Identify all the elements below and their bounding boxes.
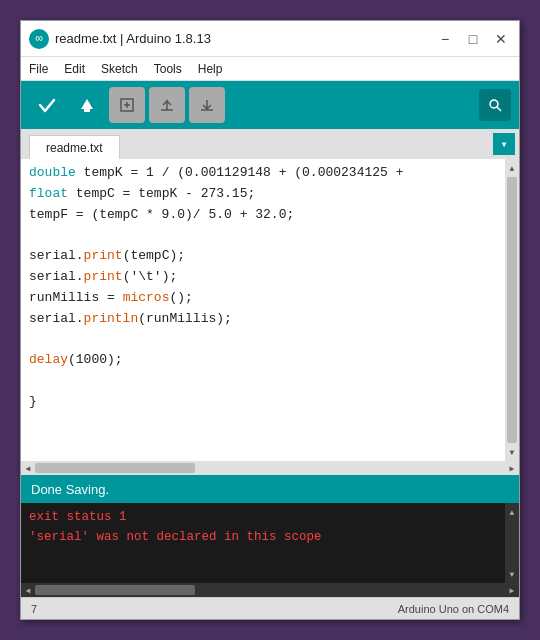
upload-button[interactable] xyxy=(69,87,105,123)
code-line-1: double tempK = 1 / (0.001129148 + (0.000… xyxy=(29,163,497,184)
console-scroll-down[interactable]: ▼ xyxy=(505,567,519,581)
code-horizontal-scrollbar: ◀ ▶ xyxy=(21,461,519,475)
new-button[interactable] xyxy=(109,87,145,123)
window-controls: − □ ✕ xyxy=(435,29,511,49)
menu-file[interactable]: File xyxy=(29,62,48,76)
code-line-9 xyxy=(29,329,497,350)
scroll-up-arrow[interactable]: ▲ xyxy=(505,161,519,175)
board-info: Arduino Uno on COM4 xyxy=(398,603,509,615)
toolbar xyxy=(21,81,519,129)
status-text: Done Saving. xyxy=(31,482,109,497)
h-scroll-right[interactable]: ▶ xyxy=(505,461,519,475)
console-horizontal-scrollbar: ◀ ▶ xyxy=(21,583,519,597)
search-button[interactable] xyxy=(479,89,511,121)
tab-readme[interactable]: readme.txt xyxy=(29,135,120,159)
tab-dropdown-button[interactable]: ▾ xyxy=(493,133,515,155)
code-line-6: serial.print('\t'); xyxy=(29,267,497,288)
console-scroll-up[interactable]: ▲ xyxy=(505,505,519,519)
menu-tools[interactable]: Tools xyxy=(154,62,182,76)
app-icon xyxy=(29,29,49,49)
console-h-thumb[interactable] xyxy=(35,585,195,595)
console-line-1: exit status 1 xyxy=(29,507,497,527)
console-area: exit status 1 'serial' was not declared … xyxy=(21,503,519,583)
code-line-2: float tempC = tempK - 273.15; xyxy=(29,184,497,205)
code-line-7: runMillis = micros(); xyxy=(29,288,497,309)
console-vertical-scrollbar[interactable]: ▲ ▼ xyxy=(505,503,519,583)
h-scroll-track[interactable] xyxy=(35,461,505,475)
code-line-4 xyxy=(29,225,497,246)
code-line-5: serial.print(tempC); xyxy=(29,246,497,267)
menu-sketch[interactable]: Sketch xyxy=(101,62,138,76)
tabs-container: readme.txt ▾ xyxy=(21,129,519,159)
console-content: exit status 1 'serial' was not declared … xyxy=(21,503,505,583)
scroll-down-arrow[interactable]: ▼ xyxy=(505,445,519,459)
save-button[interactable] xyxy=(189,87,225,123)
menu-help[interactable]: Help xyxy=(198,62,223,76)
console-line-2: 'serial' was not declared in this scope xyxy=(29,527,497,547)
code-vertical-scrollbar[interactable]: ▲ ▼ xyxy=(505,159,519,461)
verify-button[interactable] xyxy=(29,87,65,123)
code-editor: double tempK = 1 / (0.001129148 + (0.000… xyxy=(21,159,519,461)
bottom-bar: 7 Arduino Uno on COM4 xyxy=(21,597,519,619)
code-content[interactable]: double tempK = 1 / (0.001129148 + (0.000… xyxy=(21,159,505,461)
code-line-11 xyxy=(29,371,497,392)
status-bar: Done Saving. xyxy=(21,475,519,503)
menu-edit[interactable]: Edit xyxy=(64,62,85,76)
h-scroll-thumb[interactable] xyxy=(35,463,195,473)
close-button[interactable]: ✕ xyxy=(491,29,511,49)
svg-line-10 xyxy=(497,107,501,111)
h-scroll-left[interactable]: ◀ xyxy=(21,461,35,475)
code-line-3: tempF = (tempC * 9.0)/ 5.0 + 32.0; xyxy=(29,205,497,226)
svg-marker-0 xyxy=(81,99,93,109)
code-line-12: } xyxy=(29,392,497,413)
menu-bar: File Edit Sketch Tools Help xyxy=(21,57,519,81)
line-number: 7 xyxy=(31,603,398,615)
title-bar: readme.txt | Arduino 1.8.13 − □ ✕ xyxy=(21,21,519,57)
maximize-button[interactable]: □ xyxy=(463,29,483,49)
console-h-track[interactable] xyxy=(35,583,505,597)
main-window: readme.txt | Arduino 1.8.13 − □ ✕ File E… xyxy=(20,20,520,620)
svg-rect-1 xyxy=(84,109,90,112)
console-h-left[interactable]: ◀ xyxy=(21,583,35,597)
scroll-thumb[interactable] xyxy=(507,177,517,443)
open-button[interactable] xyxy=(149,87,185,123)
svg-point-9 xyxy=(490,100,498,108)
window-title: readme.txt | Arduino 1.8.13 xyxy=(55,31,435,46)
code-line-10: delay(1000); xyxy=(29,350,497,371)
console-h-right[interactable]: ▶ xyxy=(505,583,519,597)
code-line-8: serial.println(runMillis); xyxy=(29,309,497,330)
minimize-button[interactable]: − xyxy=(435,29,455,49)
